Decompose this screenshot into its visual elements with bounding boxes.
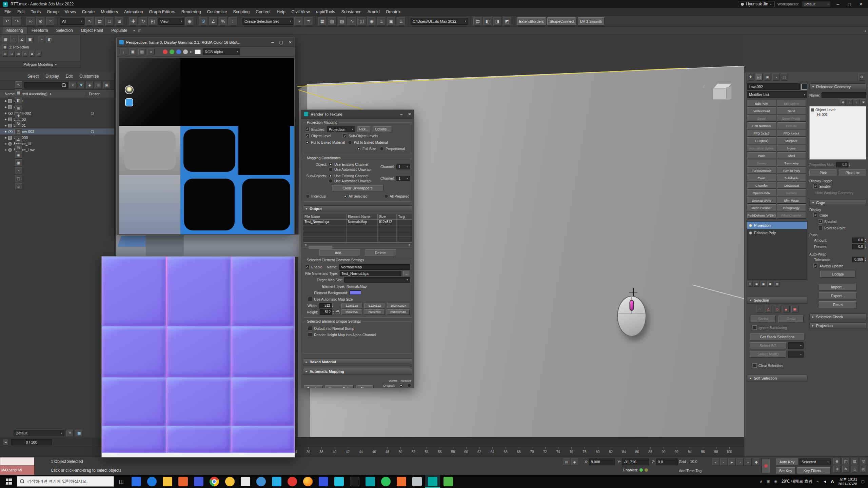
modifier-bevel[interactable]: Bevel [747, 115, 776, 122]
track-set-combo[interactable]: Default▾ [14, 430, 64, 436]
subobject-channel-combo[interactable]: 1▾ [396, 176, 410, 181]
viewcube-home-icon[interactable]: ⌂ [703, 83, 706, 89]
go-to-end-icon[interactable]: » [745, 459, 752, 466]
size-128-button[interactable]: 128x128 [341, 303, 362, 308]
menu-customize[interactable]: Customize [204, 8, 230, 15]
modifier-list-combo[interactable]: Modifier List▾ [747, 91, 807, 98]
walk-through-icon[interactable]: ⌂ [851, 466, 858, 473]
zoom-icon[interactable]: ⊕ [833, 458, 841, 465]
zoom-all-icon[interactable]: ◫ [842, 458, 849, 465]
vfb-minimize-button[interactable]: – [272, 40, 274, 45]
maxscript-mini-listener-output[interactable] [0, 457, 34, 466]
print-image-icon[interactable]: ▤ [138, 48, 145, 55]
taskbar-firefox-icon[interactable] [300, 475, 315, 488]
output-table-header[interactable]: File NameElement NameSizeTarg [303, 214, 412, 220]
key-filters-button[interactable]: Key Filters... [797, 467, 831, 474]
collapse-panel-icon[interactable]: ◧ [46, 36, 53, 43]
bind-to-space-warp-icon[interactable]: ≍ [46, 17, 55, 26]
size-2048-button[interactable]: 2048x2048 [387, 309, 410, 315]
taskbar-app-icon-5[interactable] [191, 475, 206, 488]
all-prepared-radio[interactable] [384, 194, 388, 198]
vertex-subobject-icon[interactable]: ∴ [756, 306, 763, 313]
cage-checkbox[interactable]: ✓ [813, 213, 818, 217]
ime-indicator[interactable]: A [831, 479, 834, 484]
modifier-edit-poly[interactable]: Edit Poly [747, 100, 776, 107]
modifier-turn-to-poly[interactable]: Turn to Poly [777, 167, 806, 174]
scene-script-icon-3[interactable]: ◩ [503, 17, 512, 26]
taskbar-3dsmax-icon[interactable] [425, 475, 440, 488]
ribbon-tool-icon-1[interactable]: ⊞ [2, 51, 8, 57]
grow-button[interactable]: Grow [778, 316, 804, 322]
track-list-icon[interactable]: ≡ [66, 430, 74, 437]
modifier-enabled-bulb-icon[interactable] [749, 224, 752, 227]
modifier-turbosmooth[interactable]: TurboSmooth [747, 167, 776, 174]
polygon-mode-icon[interactable]: ▣ [26, 36, 34, 43]
configure-modifier-sets-icon[interactable]: ▤ [774, 281, 780, 287]
reference-object-item[interactable]: Hi-002 [811, 113, 865, 117]
modifier-surface[interactable]: Surface [777, 189, 806, 196]
visibility-eye-icon[interactable] [8, 130, 13, 133]
modifier-twist[interactable]: Twist [747, 175, 776, 181]
reference-geometry-rollout-header[interactable]: ▼Reference Geometry [809, 83, 866, 90]
size-256-button[interactable]: 256x256 [341, 309, 362, 315]
reference-geometry-list[interactable]: Object Level: Hi-002 [809, 106, 866, 160]
taskbar-app-icon-9[interactable] [254, 475, 269, 488]
explorer-menu-customize[interactable]: Customize [76, 73, 102, 80]
put-to-baked-material-radio-2[interactable] [348, 140, 352, 144]
output-table-row[interactable]: Test_Normal.tgaNormalsMap512x512 [303, 220, 412, 225]
output-into-normal-bump-checkbox[interactable] [308, 326, 312, 330]
explorer-filter-icon[interactable]: ▼ [78, 82, 85, 89]
left-toolbar-icon-4[interactable]: ⊞ [15, 105, 22, 112]
minimize-button[interactable]: – [833, 2, 842, 7]
explorer-menu-display[interactable]: Display [42, 73, 62, 80]
edge-mode-icon[interactable]: ∠ [18, 36, 25, 43]
modifier-ffd-box[interactable]: FFD(box) [747, 137, 776, 144]
menu-modifiers[interactable]: Modifiers [98, 8, 121, 15]
rtt-titlebar[interactable]: Render To Texture –✕ [301, 110, 414, 119]
close-button[interactable]: ✕ [856, 2, 865, 7]
pick-reference-button[interactable]: Pick [809, 169, 837, 176]
object-name-field[interactable]: Low-002 [747, 83, 800, 90]
target-map-slot-combo[interactable]: ▾ [344, 277, 410, 283]
degradation-indicator[interactable]: Enabled: [623, 468, 648, 472]
ribbon-tool-icon-4[interactable]: ◇ [22, 51, 28, 57]
reference-coordinate-combo[interactable]: View▾ [158, 18, 184, 25]
modifier-subdivide[interactable]: Subdivide [777, 175, 806, 181]
notification-center-icon[interactable]: ◻ [861, 479, 865, 484]
frozen-state-icon[interactable] [91, 130, 94, 133]
modifier-pathdeform-wsm[interactable]: PathDeform (WSM) [747, 212, 776, 219]
channel-display-combo[interactable]: RGB Alpha▾ [203, 48, 240, 55]
percent-snap-icon[interactable]: % [219, 17, 228, 26]
play-animation-icon[interactable]: ► [728, 459, 735, 466]
modifier-ffd-3x3x3[interactable]: FFD 3x3x3 [747, 130, 776, 137]
projection-modifier-combo[interactable]: Projection▾ [327, 126, 355, 132]
modifier-skin-wrap[interactable]: Skin Wrap [777, 197, 806, 204]
move-up-icon[interactable]: ↑ [847, 99, 853, 105]
track-grid-icon[interactable]: ▦ [76, 430, 83, 437]
viewcube[interactable] [712, 82, 734, 103]
push-amount-spinner[interactable]: 0.0 [852, 238, 864, 243]
output-rollout-header[interactable]: ▼Output [303, 205, 412, 212]
output-table[interactable]: File NameElement NameSizeTarg Test_Norma… [303, 214, 412, 247]
modifier-mesh-cleaner[interactable]: Mesh Cleaner [747, 204, 776, 211]
subobject-use-existing-radio[interactable] [329, 174, 333, 178]
taskbar-search-box[interactable]: 검색하려면 여기에 입력하십시오. [17, 476, 114, 487]
menu-file[interactable]: File [1, 8, 14, 15]
z-coordinate-field[interactable]: 0.0 [656, 459, 678, 465]
monochrome-icon[interactable]: ◐ [190, 49, 193, 54]
cage-rollout-header[interactable]: ▼Cage [809, 199, 866, 206]
modifier-edit-spline[interactable]: Edit Spline [777, 100, 806, 107]
stack-item-projection[interactable]: Projection [747, 222, 807, 229]
original-render-radio[interactable] [407, 383, 411, 387]
point-to-point-checkbox[interactable] [818, 226, 823, 230]
green-channel-icon[interactable] [170, 49, 174, 54]
select-by-name-icon[interactable]: ▤ [95, 17, 104, 26]
border-subobject-icon[interactable]: ◇ [774, 306, 781, 313]
left-toolbar-icon-7[interactable]: ◰ [15, 128, 22, 135]
left-toolbar-icon-13[interactable]: ▢ [15, 175, 22, 182]
show-end-result-icon[interactable]: ◉ [754, 281, 760, 287]
menu-scripting[interactable]: Scripting [230, 8, 253, 15]
motion-tab-icon[interactable]: ◔ [772, 74, 780, 81]
taskbar-app-icon-21[interactable] [441, 475, 456, 488]
network-icon[interactable]: ≈ [816, 479, 819, 484]
